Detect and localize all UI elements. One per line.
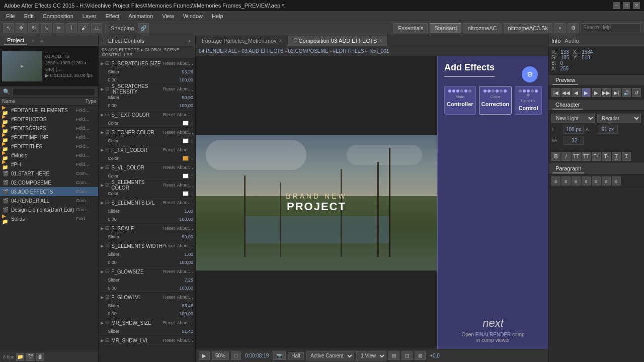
info-tab[interactable]: Info [551, 38, 560, 44]
about-button[interactable]: About… [177, 338, 193, 343]
about-button[interactable]: About… [177, 61, 193, 66]
view-select[interactable]: 1 View [356, 351, 386, 360]
slider-value[interactable]: 1,00 [173, 252, 193, 257]
workspace-standard[interactable]: Standard [430, 23, 461, 33]
reset-button[interactable]: Reset [163, 183, 175, 188]
finalrender-link[interactable]: FINALRENDER [475, 332, 511, 337]
maximize-button[interactable]: □ [623, 2, 630, 9]
about-button[interactable]: About… [177, 243, 193, 248]
align-right-button[interactable]: ≡ [572, 176, 581, 186]
effect-checkbox[interactable]: ☑ [105, 165, 109, 170]
reset-button[interactable]: Reset [163, 295, 175, 300]
color-swatch[interactable] [183, 138, 189, 143]
tool-move[interactable]: ✥ [16, 23, 27, 33]
breadcrumb-add-effects[interactable]: 03:ADD EFFECTS [242, 48, 283, 54]
italic-button[interactable]: I [561, 152, 571, 161]
effect-checkbox[interactable]: ☑ [105, 112, 109, 117]
menu-help[interactable]: Help [208, 11, 227, 21]
about-button[interactable]: About… [177, 112, 193, 117]
about-button[interactable]: About… [177, 295, 193, 300]
reset-button[interactable]: Reset [163, 320, 175, 325]
effect-checkbox[interactable]: ☑ [105, 183, 109, 188]
effect-checkbox[interactable]: ☑ [105, 147, 109, 152]
about-button[interactable]: About… [177, 183, 193, 188]
resolution-btn[interactable]: □ [231, 351, 241, 360]
workspace-essentials[interactable]: Essentials [393, 23, 428, 33]
menu-layer[interactable]: Layer [78, 11, 101, 21]
list-item[interactable]: ▶ 📁 #EDITSCENES Fold… [0, 124, 98, 133]
prev-audio[interactable]: 🔊 [622, 88, 631, 97]
about-button[interactable]: About… [177, 200, 193, 205]
about-button[interactable]: About… [177, 165, 193, 170]
menu-file[interactable]: File [2, 11, 19, 21]
control-card[interactable]: Light Fx Control [515, 86, 542, 115]
effect-row[interactable]: ▶ ☑ S_SCALE Reset About… [99, 224, 195, 233]
list-item[interactable]: ▶ 📁 #Music Fold… [0, 151, 98, 160]
menu-edit[interactable]: Edit [20, 11, 38, 21]
tool-shape[interactable]: □ [91, 23, 102, 33]
prev-back[interactable]: ◀◀ [561, 88, 571, 97]
align-center-button[interactable]: ≡ [561, 176, 571, 186]
about-button[interactable]: About… [177, 130, 193, 135]
about-button[interactable]: About… [177, 86, 193, 92]
list-item[interactable]: ▶ 📁 #EDITTIMELINE Fold… [0, 133, 98, 142]
reset-button[interactable]: Reset [163, 200, 175, 205]
reset-button[interactable]: Reset [163, 243, 175, 248]
play-button[interactable]: ▶ [199, 351, 210, 360]
menu-window[interactable]: Window [179, 11, 207, 21]
tool-rotate[interactable]: ↻ [28, 23, 39, 33]
list-item[interactable]: ▶ 📁 Solids Fold… [0, 214, 98, 223]
effect-row[interactable]: ▶ ☑ MR_SHDW_SIZE Reset About… [99, 318, 195, 327]
font-family-select[interactable]: New Light [551, 114, 595, 123]
paragraph-panel-tab[interactable]: Paragraph [552, 164, 584, 173]
camera-select[interactable]: Active Camera [306, 351, 354, 360]
effect-row[interactable]: ▶ ☑ S_SCRATCHES INTENSITY Reset About… [99, 84, 195, 94]
about-button[interactable]: About… [177, 147, 193, 152]
zoom-btn[interactable]: 50% [212, 351, 229, 360]
tool-pen[interactable]: ✏ [53, 23, 64, 33]
effect-checkbox[interactable]: ☑ [105, 338, 109, 343]
effect-row[interactable]: ▶ ☑ S_VL_COLOR Reset About… [99, 163, 195, 172]
color-arrows[interactable]: ↕ [191, 156, 193, 161]
reset-button[interactable]: Reset [163, 165, 175, 170]
justify-full-button[interactable]: ≡ [612, 176, 621, 186]
menu-composition[interactable]: Composition [39, 11, 77, 21]
prev-play[interactable]: ▶ [582, 88, 591, 97]
effect-checkbox[interactable]: ☑ [105, 269, 109, 274]
about-button[interactable]: About… [177, 226, 193, 231]
align-left-button[interactable]: ≡ [551, 176, 560, 186]
reset-button[interactable]: Reset [163, 86, 175, 92]
prev-loop[interactable]: ↺ [632, 88, 641, 97]
character-panel-tab[interactable]: Character [552, 101, 583, 110]
menu-animation[interactable]: Animation [124, 11, 157, 21]
reset-button[interactable]: Reset [163, 338, 175, 343]
transparency-btn[interactable]: ⊠ [415, 351, 426, 360]
sub-button[interactable]: T- [602, 152, 611, 161]
leading-input[interactable] [598, 125, 618, 134]
tracking-input[interactable] [564, 136, 584, 145]
tool-scale[interactable]: ⤡ [41, 23, 52, 33]
quality-btn[interactable]: Half [288, 352, 304, 359]
list-item[interactable]: 🎬 04.RENDER ALL Com… [0, 196, 98, 205]
prev-last[interactable]: ▶| [612, 88, 621, 97]
footage-tab[interactable]: Footage Particles_Motion.mov ✕ [198, 36, 287, 46]
slider-value[interactable]: 1,00 [173, 209, 193, 214]
camera-btn[interactable]: 📷 [273, 351, 286, 360]
breadcrumb-edittitles[interactable]: #EDITTITLES [333, 48, 364, 54]
reset-button[interactable]: Reset [163, 226, 175, 231]
reset-button[interactable]: Reset [163, 147, 175, 152]
reset-button[interactable]: Reset [163, 112, 175, 117]
workspace-settings[interactable]: ⚙ [568, 23, 579, 33]
audio-tab[interactable]: Audio [565, 38, 579, 44]
breadcrumb-text001[interactable]: Text_001 [369, 48, 389, 54]
controller-card[interactable]: Main Controller [444, 86, 476, 115]
close-button[interactable]: ✕ [633, 2, 640, 9]
list-item[interactable]: 🎬 Design Elements(Don't Edit) Com… [0, 205, 98, 214]
delete-button[interactable]: 🗑 [36, 353, 44, 361]
color-swatch[interactable] [183, 173, 189, 178]
effect-row[interactable]: ▶ ☑ S_ELEMENTS LVL Reset About… [99, 198, 195, 207]
effect-row[interactable]: ▶ ☑ S_SCRATCHES SIZE Reset About… [99, 59, 195, 68]
slider-value[interactable]: 90,00 [173, 234, 193, 239]
about-button[interactable]: About… [177, 320, 193, 325]
settings-icon[interactable]: ⚙ [522, 66, 538, 82]
